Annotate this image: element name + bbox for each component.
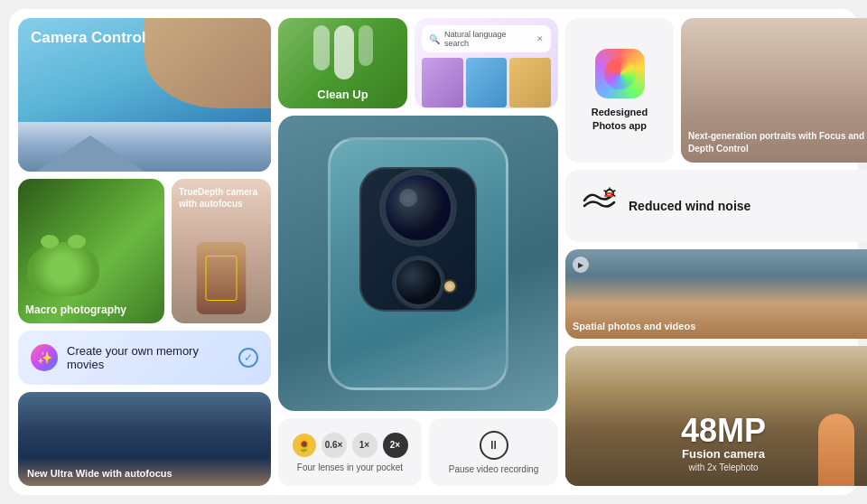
svg-line-3 xyxy=(613,195,615,196)
badge-06x: 0.6× xyxy=(322,433,347,458)
cleanup-label: Clean Up xyxy=(317,88,368,101)
search-placeholder: Natural language search xyxy=(444,30,532,48)
memory-card[interactable]: ✨ Create your own memory movies ✓ xyxy=(18,331,271,385)
search-icon: 🔍 xyxy=(429,34,440,44)
hand-image xyxy=(144,18,271,108)
fusion-big-text: 48MP xyxy=(681,415,766,447)
wind-noise-card[interactable]: Reduced wind noise xyxy=(565,170,867,242)
memory-icon: ✨ xyxy=(31,344,58,371)
figure-2 xyxy=(334,25,354,79)
landscape-bg xyxy=(18,122,271,172)
photo-thumb-2 xyxy=(466,58,508,107)
fusion-person-silhouette xyxy=(818,414,854,486)
photos-app-card[interactable]: Redesigned Photos app xyxy=(565,18,674,163)
truedepth-card[interactable]: TrueDepth camera with autofocus xyxy=(172,179,271,323)
lenses-label: Four lenses in your pocket xyxy=(297,462,403,472)
main-lens xyxy=(382,172,454,244)
camera-control-title: Camera Control xyxy=(31,29,146,47)
photos-app-label: Redesigned Photos app xyxy=(576,106,663,132)
fusion-text-group: 48MP Fusion camera with 2x Telephoto xyxy=(681,415,766,472)
memory-check-icon: ✓ xyxy=(238,348,258,368)
spatial-play-icon[interactable]: ▶ xyxy=(573,257,589,273)
photos-icon-inner xyxy=(604,58,636,89)
badge-2x: 2× xyxy=(383,433,408,458)
photo-thumb-1 xyxy=(422,58,463,107)
fusion-card[interactable]: 48MP Fusion camera with 2x Telephoto xyxy=(565,346,867,486)
portraits-label: Next-generation portraits with Focus and… xyxy=(688,130,867,155)
face-detect-box xyxy=(206,256,238,301)
main-phone-card xyxy=(278,116,558,411)
svg-line-2 xyxy=(613,191,615,191)
photo-thumb-3 xyxy=(509,58,551,107)
top-tiles-row: Clean Up 🔍 Natural language search ✕ xyxy=(278,18,558,108)
main-grid: Camera Control Macro photography TrueDep… xyxy=(9,9,858,495)
wind-noise-label: Reduced wind noise xyxy=(629,199,750,213)
camera-module xyxy=(359,167,477,312)
camera-control-card[interactable]: Camera Control xyxy=(18,18,271,172)
phone-body xyxy=(328,137,508,390)
pause-button[interactable]: ⏸ xyxy=(480,431,508,460)
pause-label: Pause video recording xyxy=(449,464,539,474)
center-column: Clean Up 🔍 Natural language search ✕ xyxy=(278,18,558,486)
svg-line-4 xyxy=(604,191,606,191)
photos-app-icon xyxy=(595,49,645,98)
spatial-label: Spatial photos and videos xyxy=(573,321,695,331)
flash xyxy=(443,279,457,294)
ultrawide-label: New Ultra Wide with autofocus xyxy=(27,468,172,479)
portraits-card[interactable]: Next-generation portraits with Focus and… xyxy=(681,18,867,163)
face-image xyxy=(197,242,247,314)
badge-macro: 🌻 xyxy=(293,434,316,457)
macro-label: Macro photography xyxy=(25,303,126,316)
spatial-card[interactable]: ▶ Spatial photos and videos xyxy=(565,249,867,339)
cleanup-figures xyxy=(278,25,407,79)
right-top-row: Redesigned Photos app Next-generation po… xyxy=(565,18,867,163)
fusion-sub-text: Fusion camera xyxy=(681,447,766,462)
phone-mockup xyxy=(197,242,247,314)
macro-card[interactable]: Macro photography xyxy=(18,179,164,323)
secondary-lens xyxy=(394,257,443,307)
memory-text: Create your own memory movies xyxy=(67,344,229,371)
search-card[interactable]: 🔍 Natural language search ✕ xyxy=(415,18,558,108)
badge-1x: 1× xyxy=(352,433,378,458)
bottom-tiles-row: 🌻 0.6× 1× 2× Four lenses in your pocket … xyxy=(278,418,558,486)
pause-card[interactable]: ⏸ Pause video recording xyxy=(429,418,558,486)
frog-image xyxy=(27,242,99,296)
fusion-small-text: with 2x Telephoto xyxy=(681,462,766,472)
search-clear-icon[interactable]: ✕ xyxy=(536,34,544,43)
search-bar[interactable]: 🔍 Natural language search ✕ xyxy=(422,25,551,52)
photo-grid xyxy=(422,58,551,107)
figure-1 xyxy=(313,25,330,70)
right-column: Redesigned Photos app Next-generation po… xyxy=(565,18,867,486)
left-column: Camera Control Macro photography TrueDep… xyxy=(18,18,271,486)
mountain xyxy=(36,135,144,172)
cleanup-card[interactable]: Clean Up xyxy=(278,18,407,108)
lens-badges: 🌻 0.6× 1× 2× xyxy=(293,433,408,458)
wind-icon xyxy=(580,184,618,228)
ultrawide-card[interactable]: New Ultra Wide with autofocus xyxy=(18,392,271,486)
lenses-card[interactable]: 🌻 0.6× 1× 2× Four lenses in your pocket xyxy=(278,418,422,486)
truedepth-title: TrueDepth camera with autofocus xyxy=(179,186,264,210)
figure-3 xyxy=(359,25,373,66)
macro-truedepth-row: Macro photography TrueDepth camera with … xyxy=(18,179,271,323)
